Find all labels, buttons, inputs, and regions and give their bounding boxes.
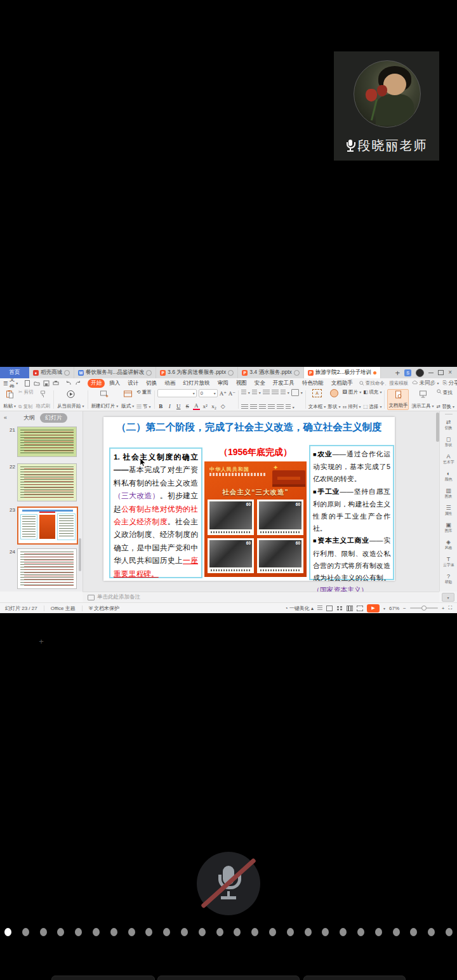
bold-button[interactable]: B	[157, 403, 164, 409]
menu-tab-插入[interactable]: 插入	[106, 379, 123, 388]
new-slide-button[interactable]: 新建幻灯片 ▾	[91, 389, 119, 410]
strikethrough-button[interactable]: S	[184, 403, 191, 409]
zoom-slider[interactable]	[410, 607, 438, 609]
rail-item-风格[interactable]: ◈风格	[444, 536, 453, 553]
menu-tab-开发工具[interactable]: 开发工具	[270, 379, 298, 388]
paste-button[interactable]: 粘贴 ▾	[3, 389, 17, 410]
section-button[interactable]: ▤ 节 ▾	[136, 404, 151, 410]
menu-tab-切换[interactable]: 切换	[143, 379, 160, 388]
menu-tab-文档助手[interactable]: 文档助手	[328, 379, 356, 388]
italic-button[interactable]: I	[166, 403, 173, 409]
columns-icon[interactable]	[291, 389, 299, 396]
menu-tab-安全[interactable]: 安全	[251, 379, 268, 388]
underline-button[interactable]: U	[175, 403, 182, 409]
slide-thumbnail-23[interactable]	[17, 507, 78, 545]
font-color-button[interactable]: A	[193, 402, 200, 410]
decrease-font-icon[interactable]: A⁻	[228, 390, 235, 397]
command-search[interactable]: 查找命令、搜索模板	[359, 380, 409, 387]
doc-assistant-button[interactable]: 文档助手	[387, 389, 409, 410]
slide-center-caption[interactable]: （1956年底完成）	[204, 447, 307, 458]
font-size-combo[interactable]: 0▾	[199, 389, 218, 397]
account-avatar-icon[interactable]	[416, 369, 424, 377]
slide-right-textbox[interactable]: ■农业——通过合作化运动实现的，基本完成了5亿农民的转变。■手工业——坚持自愿互…	[309, 445, 394, 580]
mute-microphone-button[interactable]	[197, 852, 260, 915]
align-right-icon[interactable]	[259, 404, 266, 410]
rail-item-图库[interactable]: ▣图库	[444, 519, 453, 536]
reset-button[interactable]: ⟲ 重置	[136, 389, 151, 395]
menu-tab-幻灯片放映[interactable]: 幻灯片放映	[180, 379, 213, 388]
new-tab-button[interactable]: +	[395, 368, 401, 378]
slide-thumbnail-22[interactable]	[17, 463, 77, 501]
rail-item-颜色[interactable]: ◐颜色	[444, 468, 453, 485]
zoom-out-button[interactable]: −	[403, 606, 406, 611]
panel-collapse-button[interactable]: «	[4, 414, 7, 421]
menu-tab-特色功能[interactable]: 特色功能	[299, 379, 327, 388]
panel-scrollbar[interactable]	[79, 538, 81, 571]
tab-pin-icon[interactable]	[64, 370, 70, 376]
normal-view-icon[interactable]	[326, 606, 333, 611]
tab-list-icon[interactable]: S	[404, 369, 411, 376]
rail-item-属性[interactable]: ☰属性	[444, 502, 453, 519]
minimize-button[interactable]	[428, 373, 434, 373]
new-file-icon[interactable]	[24, 380, 30, 387]
rail-item-艺术字[interactable]: A艺术字	[442, 451, 455, 468]
save-icon[interactable]	[43, 380, 50, 387]
slide-canvas[interactable]: （二）第二个阶段，完成了社会主义改造，确立社会主义制度 1. 社会主义制度的确立…	[103, 417, 395, 581]
increase-indent-icon[interactable]	[272, 390, 279, 395]
slideshow-view-icon[interactable]	[357, 606, 363, 611]
copy-button[interactable]: ⧉ 复制	[18, 404, 33, 410]
theme-name[interactable]: Office 主题	[51, 605, 76, 612]
justify-icon[interactable]	[268, 404, 275, 410]
align-center-icon[interactable]	[250, 404, 257, 410]
protection-status[interactable]: ⛨ 文档未保护	[89, 605, 119, 612]
shape-button[interactable]: 形状 ▾	[328, 389, 340, 410]
play-from-current-button[interactable]: 从当前开始 ▾	[56, 389, 85, 410]
bottom-action-bar-3[interactable]	[303, 976, 406, 980]
picture-button[interactable]: 🖼 图片 ▾	[342, 389, 361, 395]
tab-outline[interactable]: 大纲	[23, 414, 35, 422]
font-name-combo[interactable]: ▾	[157, 389, 197, 397]
align-left-icon[interactable]	[241, 404, 248, 410]
play-slideshow-button[interactable]: ▶	[367, 604, 380, 612]
bullet-list-icon[interactable]	[241, 390, 246, 395]
replace-button[interactable]: ⇄ 替换 ▾	[437, 404, 454, 410]
select-button[interactable]: ⬚ 选择 ▾	[363, 404, 381, 410]
undo-icon[interactable]	[65, 380, 72, 387]
display-options-icon[interactable]	[317, 606, 322, 611]
superscript-button[interactable]: x²	[202, 403, 209, 409]
rail-item-切换[interactable]: ⇄切换	[444, 416, 453, 434]
cut-button[interactable]: ✂ 剪切	[18, 389, 33, 395]
open-icon[interactable]	[34, 380, 40, 387]
layout-button[interactable]: 版式 ▾	[121, 389, 135, 410]
close-button[interactable]: ×	[448, 369, 452, 376]
window-tab-3.6 为客房送餐服务.pptx[interactable]: P3.6 为客房送餐服务.pptx	[156, 367, 238, 378]
rail-item-帮助[interactable]: ?帮助	[444, 571, 453, 588]
zoom-slider-knob[interactable]	[421, 606, 427, 611]
find-button[interactable]: 查找	[437, 389, 454, 396]
slide-thumbnail-21[interactable]	[17, 427, 77, 457]
bottom-action-bar-2[interactable]	[157, 976, 300, 980]
file-menu[interactable]: ☰ 文件 ▾	[3, 378, 18, 388]
zoom-percent[interactable]: 67%	[389, 606, 399, 611]
window-tab-稻壳商城[interactable]: ♦稻壳商城	[29, 367, 74, 378]
rail-item-形状[interactable]: ◻形状	[444, 434, 453, 451]
sync-status[interactable]: 未同步 ▾	[412, 380, 439, 387]
reading-view-icon[interactable]	[347, 606, 353, 611]
redo-icon[interactable]	[75, 380, 81, 387]
notes-collapse-button[interactable]: ▾	[442, 593, 454, 602]
restore-button[interactable]	[438, 370, 444, 375]
beautify-button[interactable]: ◔ 一键美化 ▴	[285, 605, 314, 612]
textbox-button[interactable]: A 文本框 ▾	[308, 389, 326, 410]
stamp-sheet-image[interactable]: 中华人民共和国 ✦ 社会主义“三大改造” 60606060	[204, 461, 307, 577]
add-slide-button[interactable]: +	[0, 636, 83, 647]
tab-slides[interactable]: 幻灯片	[40, 413, 67, 423]
slide-sorter-icon[interactable]	[336, 606, 343, 611]
menu-tab-视图[interactable]: 视图	[233, 379, 250, 388]
window-tab-首页[interactable]: 首页	[0, 367, 29, 378]
decrease-indent-icon[interactable]	[263, 390, 270, 395]
fit-slide-icon[interactable]: ⛶	[448, 605, 452, 611]
text-direction-icon[interactable]	[286, 404, 291, 410]
bottom-action-bar-1[interactable]	[51, 976, 155, 980]
notes-bar[interactable]: 单击此处添加备注	[83, 592, 439, 602]
menu-tab-审阅[interactable]: 审阅	[215, 379, 232, 388]
